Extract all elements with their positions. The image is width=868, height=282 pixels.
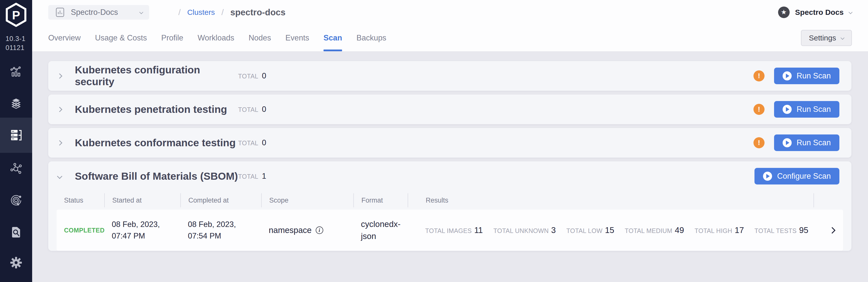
tab-overview[interactable]: Overview [48, 24, 81, 51]
run-scan-button[interactable]: Run Scan [774, 135, 839, 151]
section-header[interactable]: Kubernetes penetration testing TOTAL 0 !… [48, 94, 851, 124]
scan-section-sbom: Software Bill of Materials (SBOM) TOTAL … [48, 161, 851, 251]
section-title: Software Bill of Materials (SBOM) [75, 170, 238, 182]
star-avatar-icon: ★ [778, 6, 789, 18]
scan-section-penetration: Kubernetes penetration testing TOTAL 0 !… [48, 94, 851, 124]
result-label: TOTAL MEDIUM [625, 227, 672, 234]
gear-icon [10, 256, 22, 269]
tab-nodes[interactable]: Nodes [249, 24, 271, 51]
result-label: TOTAL IMAGES [425, 227, 472, 234]
sidebar-item-settings[interactable] [0, 251, 32, 274]
run-scan-button[interactable]: Run Scan [774, 67, 839, 84]
tab-workloads[interactable]: Workloads [198, 24, 234, 51]
status-badge: COMPLETED [64, 227, 104, 234]
sidebar-item-profiles[interactable] [0, 92, 32, 115]
tab-scan[interactable]: Scan [323, 24, 342, 51]
run-scan-label: Run Scan [797, 138, 831, 147]
svg-text:P: P [12, 8, 20, 22]
stack-icon [10, 97, 22, 110]
result-value: 17 [735, 225, 744, 235]
chevron-down-icon [841, 36, 845, 40]
settings-button[interactable]: Settings [801, 30, 852, 46]
result-label: TOTAL HIGH [695, 227, 733, 234]
chevron-right-icon[interactable] [57, 107, 62, 112]
top-bar: Spectro-Docs / Clusters / spectro-docs ★… [32, 0, 868, 24]
sidebar-item-workspaces[interactable] [0, 157, 32, 180]
warning-icon: ! [753, 137, 765, 148]
palette-logo[interactable]: P [0, 0, 32, 30]
cluster-tabs: Overview Usage & Costs Profile Workloads… [32, 24, 868, 51]
doc-search-icon [10, 226, 22, 238]
breadcrumb-link-clusters[interactable]: Clusters [187, 8, 215, 17]
result-label: TOTAL TESTS [754, 227, 797, 234]
top-header: Spectro-Docs / Clusters / spectro-docs ★… [32, 0, 868, 51]
user-menu-label: Spectro Docs [795, 8, 844, 17]
sbom-scan-row[interactable]: COMPLETED 08 Feb, 2023, 07:47 PM 08 Feb,… [57, 209, 843, 251]
sidebar-item-automation[interactable] [0, 189, 32, 212]
row-detail-chevron-icon[interactable] [829, 227, 836, 234]
clusters-icon [9, 129, 23, 141]
section-title: Kubernetes penetration testing [75, 104, 238, 115]
configure-scan-button[interactable]: Configure Scan [754, 168, 839, 185]
format-value: cyclonedx-json [361, 218, 406, 242]
settings-button-label: Settings [809, 34, 836, 42]
breadcrumb: / Clusters / spectro-docs [178, 7, 285, 17]
configure-scan-label: Configure Scan [777, 172, 831, 181]
play-icon [783, 72, 792, 80]
total-value: 1 [262, 172, 266, 181]
project-selector[interactable]: Spectro-Docs [48, 5, 149, 20]
total-value: 0 [262, 105, 266, 114]
total-value: 0 [262, 138, 266, 147]
user-menu[interactable]: ★ Spectro Docs [778, 6, 852, 18]
tab-backups[interactable]: Backups [356, 24, 386, 51]
result-value: 95 [799, 225, 808, 235]
section-header[interactable]: Kubernetes conformance testing TOTAL 0 !… [48, 128, 851, 158]
chevron-down-icon [140, 10, 144, 14]
sidebar: P 10.3-101121 [0, 0, 32, 282]
col-header-format: Format [353, 193, 408, 207]
result-value: 3 [551, 225, 556, 235]
run-scan-label: Run Scan [797, 105, 831, 114]
total-value: 0 [262, 72, 266, 80]
result-value: 11 [474, 225, 483, 235]
network-icon [10, 162, 22, 175]
result-label: TOTAL LOW [566, 227, 602, 234]
chevron-down-icon [849, 10, 853, 14]
tab-events[interactable]: Events [285, 24, 309, 51]
col-header-started-at: Started at [104, 193, 180, 207]
total-label: TOTAL [238, 140, 258, 147]
result-value: 49 [675, 225, 684, 235]
section-header[interactable]: Software Bill of Materials (SBOM) TOTAL … [48, 161, 851, 191]
chevron-down-icon[interactable] [57, 173, 62, 179]
scan-section-conformance: Kubernetes conformance testing TOTAL 0 !… [48, 128, 851, 158]
breadcrumb-separator: / [221, 7, 223, 17]
sidebar-item-clusters[interactable] [0, 118, 32, 153]
scan-section-config-security: Kubernetes configuration security TOTAL … [48, 61, 851, 91]
tab-profile[interactable]: Profile [161, 24, 183, 51]
tab-usage-costs[interactable]: Usage & Costs [95, 24, 147, 51]
sidebar-item-audit[interactable] [0, 221, 32, 244]
chevron-right-icon[interactable] [57, 73, 62, 78]
run-scan-button[interactable]: Run Scan [774, 101, 839, 118]
col-header-completed-at: Completed at [180, 193, 261, 207]
play-icon [763, 172, 772, 181]
project-chart-icon [55, 7, 65, 18]
analytics-icon [10, 65, 22, 78]
sbom-table: Status Started at Completed at Scope For… [57, 191, 843, 251]
chevron-right-icon[interactable] [57, 140, 62, 145]
section-title: Kubernetes conformance testing [75, 137, 238, 149]
info-icon[interactable]: i [316, 226, 323, 234]
warning-icon: ! [753, 104, 765, 115]
started-at-value: 08 Feb, 2023, 07:47 PM [112, 219, 169, 242]
section-header[interactable]: Kubernetes configuration security TOTAL … [48, 61, 851, 91]
sidebar-item-monitoring[interactable] [0, 60, 32, 83]
results-summary: TOTAL IMAGES11 TOTAL UNKNOWN3 TOTAL LOW1… [425, 225, 813, 235]
result-label: TOTAL UNKNOWN [493, 227, 549, 234]
section-title: Kubernetes configuration security [75, 64, 238, 88]
col-header-status: Status [57, 193, 104, 207]
total-label: TOTAL [238, 173, 258, 180]
total-label: TOTAL [238, 73, 258, 80]
orbit-icon [10, 194, 22, 206]
play-icon [783, 138, 792, 147]
col-header-scope: Scope [261, 193, 353, 207]
